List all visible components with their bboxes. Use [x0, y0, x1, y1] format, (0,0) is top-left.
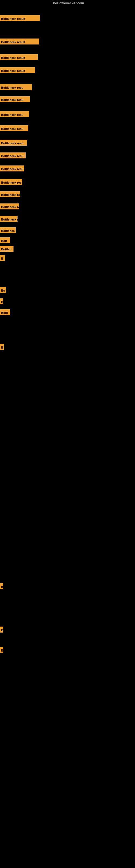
bottleneck-result-item: Bottleneck re — [0, 216, 17, 222]
bottleneck-result-item: Bottleneck resu — [0, 111, 29, 117]
bottleneck-result-item: Bo — [0, 287, 6, 293]
bottleneck-result-item: Bottleneck result — [0, 54, 38, 60]
bottleneck-result-item: Bottl — [0, 309, 10, 315]
bottleneck-result-item: Bott — [0, 237, 10, 243]
bottleneck-result-item: Bottleneck resu — [0, 152, 26, 158]
bottleneck-result-item: Bottleneck result — [0, 67, 35, 73]
bottleneck-result-item: Bottleneck resu — [0, 125, 28, 131]
bottleneck-result-item: Bottlen — [0, 246, 13, 252]
bottleneck-result-item: Bottleneck resu — [0, 96, 30, 102]
bottleneck-result-item: B — [0, 627, 3, 632]
bottleneck-result-item: Bottleneck resu — [0, 84, 32, 90]
bottleneck-result-item: Bottleneck res — [0, 179, 22, 185]
site-title: TheBottlenecker.com — [0, 0, 135, 6]
bottleneck-result-item: B — [0, 299, 3, 304]
bottleneck-result-item: Bottleneck re — [0, 191, 20, 197]
bottleneck-result-item: Bottleneck result — [0, 38, 39, 44]
bottleneck-result-item: Bottleneck resu — [0, 165, 24, 172]
bottleneck-result-item: B — [0, 647, 3, 653]
bottleneck-result-item: B — [0, 583, 3, 589]
bottleneck-result-item: B — [0, 255, 5, 261]
bottleneck-result-item: B — [0, 344, 4, 350]
bottleneck-result-item: Bottleneck result — [0, 15, 40, 21]
bottleneck-result-item: Bottlenec — [0, 227, 16, 233]
bottleneck-result-item: Bottleneck re — [0, 204, 19, 209]
bottleneck-result-item: Bottleneck resu — [0, 140, 27, 146]
